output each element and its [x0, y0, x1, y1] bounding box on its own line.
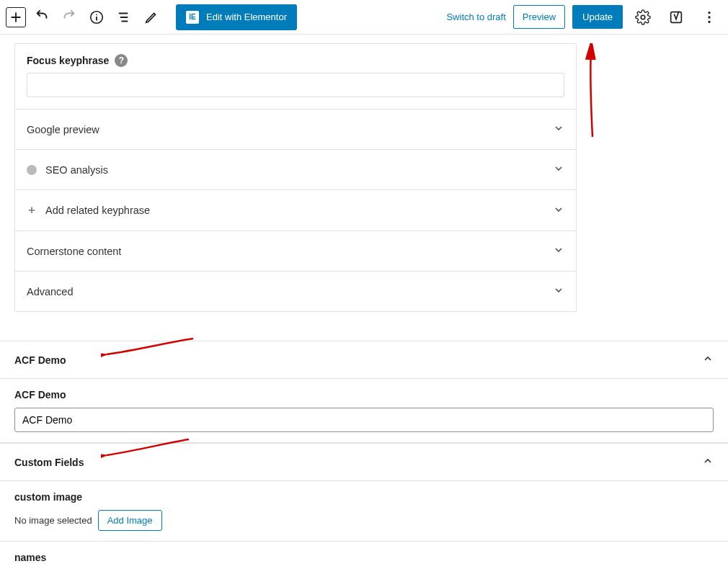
status-dot-icon	[27, 165, 37, 175]
names-label: names	[14, 552, 714, 563]
custom-fields-panel: Custom Fields custom image No image sele…	[0, 443, 728, 569]
help-icon[interactable]: ?	[115, 54, 128, 67]
edit-button[interactable]	[140, 6, 163, 29]
svg-point-3	[708, 11, 710, 13]
custom-fields-header[interactable]: Custom Fields	[0, 444, 728, 481]
redo-icon	[61, 9, 77, 25]
elementor-icon: IE	[186, 11, 199, 24]
advanced-row[interactable]: Advanced	[15, 272, 576, 311]
svg-rect-2	[671, 12, 682, 22]
redo-button[interactable]	[58, 6, 81, 29]
no-image-text: No image selected	[14, 515, 92, 526]
editor-toolbar: IE Edit with Elementor Switch to draft P…	[0, 0, 728, 35]
custom-fields-title: Custom Fields	[14, 457, 84, 468]
edit-elementor-label: Edit with Elementor	[206, 12, 287, 22]
acf-demo-header[interactable]: ACF Demo	[0, 341, 728, 379]
focus-keyphrase-input[interactable]	[27, 73, 564, 97]
update-button[interactable]: Update	[572, 5, 623, 29]
add-related-keyphrase-row[interactable]: +Add related keyphrase	[15, 190, 576, 231]
list-icon	[116, 9, 132, 25]
acf-demo-input[interactable]	[14, 408, 714, 432]
yoast-seo-panel: Focus keyphrase ? Google preview SEO ana…	[14, 43, 577, 312]
undo-icon	[34, 9, 50, 25]
settings-button[interactable]	[630, 4, 656, 30]
focus-keyphrase-section: Focus keyphrase ?	[15, 44, 576, 109]
seo-analysis-label: SEO analysis	[45, 164, 108, 176]
edit-elementor-button[interactable]: IE Edit with Elementor	[176, 4, 297, 30]
google-preview-row[interactable]: Google preview	[15, 109, 576, 150]
info-button[interactable]	[85, 6, 108, 29]
svg-point-1	[96, 14, 97, 15]
chevron-down-icon	[553, 163, 564, 176]
chevron-down-icon	[553, 204, 564, 218]
chevron-up-icon	[702, 353, 714, 367]
info-icon	[89, 9, 105, 25]
pencil-icon	[143, 9, 159, 25]
yoast-icon	[668, 9, 684, 25]
chevron-down-icon	[553, 284, 564, 298]
cornerstone-label: Cornerstone content	[27, 246, 121, 257]
acf-panel-title: ACF Demo	[14, 354, 66, 366]
toolbar-right: Switch to draft Preview Update	[446, 4, 722, 30]
add-related-label: Add related keyphrase	[45, 205, 150, 216]
chevron-down-icon	[553, 244, 564, 258]
google-preview-label: Google preview	[27, 124, 99, 135]
toolbar-left: IE Edit with Elementor	[6, 4, 297, 30]
svg-point-4	[708, 16, 710, 18]
more-options-button[interactable]	[696, 4, 722, 30]
more-vertical-icon	[701, 9, 717, 25]
seo-analysis-row[interactable]: SEO analysis	[15, 150, 576, 190]
focus-keyphrase-label: Focus keyphrase	[27, 55, 109, 66]
plus-icon	[8, 9, 24, 25]
svg-point-5	[708, 20, 710, 22]
acf-demo-panel: ACF Demo ACF Demo	[0, 341, 728, 443]
chevron-down-icon	[553, 122, 564, 136]
switch-to-draft-button[interactable]: Switch to draft	[446, 12, 505, 22]
chevron-up-icon	[702, 455, 714, 469]
outline-button[interactable]	[112, 6, 136, 29]
undo-button[interactable]	[30, 6, 53, 29]
gear-icon	[635, 9, 651, 25]
add-image-button[interactable]: Add Image	[98, 510, 162, 531]
yoast-button[interactable]	[663, 4, 689, 30]
add-block-button[interactable]	[6, 7, 26, 27]
acf-field-label: ACF Demo	[14, 389, 714, 400]
cornerstone-row[interactable]: Cornerstone content	[15, 231, 576, 272]
advanced-label: Advanced	[27, 286, 74, 297]
custom-image-label: custom image	[14, 491, 714, 503]
preview-button[interactable]: Preview	[513, 5, 565, 29]
plus-icon: +	[27, 203, 37, 218]
